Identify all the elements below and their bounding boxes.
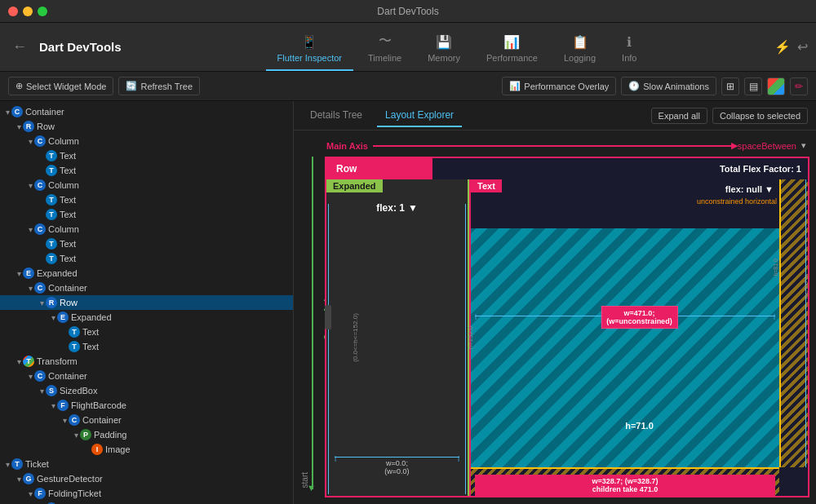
tree-item[interactable]: ▾CContainer — [0, 104, 293, 119]
expand-arrow[interactable]: ▾ — [15, 475, 23, 484]
refresh-icon[interactable]: ↩ — [797, 39, 808, 55]
expand-arrow[interactable]: ▾ — [15, 269, 23, 278]
tree-item[interactable]: ▾GGestureDetector — [0, 471, 293, 486]
lightning-icon[interactable]: ⚡ — [774, 39, 791, 55]
layout-explorer-tab[interactable]: Layout Explorer — [377, 104, 462, 127]
node-icon: T — [69, 326, 80, 338]
expand-arrow[interactable]: ▾ — [3, 460, 11, 469]
pencil-icon-button[interactable]: ✏ — [790, 77, 808, 95]
row-label[interactable]: Row — [326, 158, 432, 179]
text-box[interactable]: Text flex: null ▼ unconstrained horizont… — [469, 179, 808, 496]
details-tree-tab[interactable]: Details Tree — [302, 104, 370, 127]
tree-item[interactable]: ▾TTicket — [0, 457, 293, 471]
expand-arrow[interactable]: ▾ — [26, 489, 34, 498]
expand-arrow[interactable]: ▾ — [38, 298, 46, 307]
row-header: Row Total Flex Factor: 1 — [326, 158, 808, 179]
memory-icon: 💾 — [436, 34, 452, 50]
tab-performance[interactable]: 📊 Performance — [475, 28, 549, 71]
expand-arrow[interactable]: ▾ — [26, 372, 34, 381]
flex-dropdown[interactable]: ▼ — [408, 202, 418, 214]
close-button[interactable] — [8, 7, 18, 16]
back-button[interactable]: ← — [8, 38, 31, 55]
panel-actions: Expand all Collapse to selected — [651, 108, 808, 124]
tree-item[interactable]: ▾CContainer — [0, 501, 293, 504]
tree-item[interactable]: ▾PPadding — [0, 427, 293, 442]
teal-pattern — [471, 228, 779, 467]
node-label: Padding — [94, 430, 126, 440]
tree-item[interactable]: ▾FFoldingTicket — [0, 486, 293, 501]
tree-item[interactable]: ▾RRow — [0, 295, 293, 310]
node-icon: T — [46, 209, 57, 220]
expanded-box[interactable]: Expanded flex: 1 ▼ (0.0<=h<=152.0) h=152… — [326, 179, 469, 496]
space-between-dropdown[interactable]: ▾ — [801, 140, 806, 151]
expand-arrow[interactable]: ▾ — [26, 284, 34, 293]
v-meas-right-edge — [805, 179, 806, 467]
collapse-to-selected-button[interactable]: Collapse to selected — [712, 108, 808, 124]
tree-item[interactable]: TText — [0, 163, 293, 178]
layout-body: Expanded flex: 1 ▼ (0.0<=h<=152.0) h=152… — [326, 179, 808, 496]
tree-item[interactable]: ▾CColumn — [0, 134, 293, 148]
expand-arrow[interactable]: ▾ — [72, 431, 80, 440]
expand-arrow[interactable]: ▾ — [26, 181, 34, 190]
v-measure-left — [328, 204, 329, 494]
minimize-button[interactable] — [23, 7, 33, 16]
v-measure-right — [465, 204, 466, 494]
tree-item[interactable]: ▾EExpanded — [0, 266, 293, 281]
tree-item[interactable]: TText — [0, 207, 293, 222]
slow-animations-button[interactable]: 🕐 Slow Animations — [621, 77, 716, 95]
tab-memory[interactable]: 💾 Memory — [416, 28, 472, 71]
expand-arrow[interactable]: ▾ — [49, 401, 57, 410]
tree-item[interactable]: ▾EExpanded — [0, 310, 293, 325]
refresh-tree-button[interactable]: 🔄 Refresh Tree — [118, 77, 200, 95]
tab-timeline[interactable]: 〜 Timeline — [357, 26, 413, 71]
select-widget-mode-button[interactable]: ⊕ Select Widget Mode — [8, 77, 113, 95]
expand-arrow[interactable]: ▾ — [49, 313, 57, 322]
layout-icon-button[interactable]: ▤ — [744, 77, 762, 95]
header-tabs: 📱 Flutter Inspector 〜 Timeline 💾 Memory … — [171, 23, 743, 71]
color-icon-button[interactable] — [767, 77, 785, 95]
tree-item[interactable]: ▾CColumn — [0, 222, 293, 237]
tree-item[interactable]: TText — [0, 148, 293, 163]
expand-arrow[interactable]: ▾ — [26, 225, 34, 234]
text-label: Text — [471, 179, 502, 192]
scroll-handle[interactable] — [325, 305, 331, 329]
tree-item[interactable]: ▾TTransform — [0, 354, 293, 369]
tree-item[interactable]: ▾FFlightBarcode — [0, 398, 293, 413]
expand-arrow[interactable]: ▾ — [60, 416, 69, 425]
tree-item[interactable]: TText — [0, 192, 293, 207]
tree-item[interactable]: TText — [0, 339, 293, 354]
node-label: Text — [82, 342, 99, 351]
tree-item[interactable]: TText — [0, 237, 293, 251]
tree-item[interactable]: TText — [0, 325, 293, 339]
grid-icon-button[interactable]: ⊞ — [721, 77, 739, 95]
expand-all-button[interactable]: Expand all — [651, 108, 707, 124]
expand-arrow[interactable]: ▾ — [26, 137, 34, 146]
flutter-inspector-icon: 📱 — [301, 34, 317, 50]
tree-item[interactable]: ▾CContainer — [0, 369, 293, 383]
tab-flutter-inspector-label: Flutter Inspector — [277, 53, 342, 63]
node-label: Container — [48, 371, 87, 381]
node-label: Container — [48, 283, 87, 293]
node-label: Column — [48, 224, 79, 234]
expand-arrow[interactable]: ▾ — [38, 387, 46, 396]
tree-item[interactable]: ▾CContainer — [0, 413, 293, 427]
performance-overlay-button[interactable]: 📊 Performance Overlay — [502, 77, 616, 95]
tree-item[interactable]: IImage — [0, 442, 293, 457]
tree-item[interactable]: ▾SSizedBox — [0, 383, 293, 398]
expand-arrow[interactable]: ▾ — [15, 122, 23, 131]
tab-logging[interactable]: 📋 Logging — [552, 28, 607, 71]
tree-item[interactable]: ▾RRow — [0, 119, 293, 134]
tree-item[interactable]: ▾CContainer — [0, 281, 293, 295]
flex-null-label[interactable]: flex: null ▼ — [725, 184, 774, 194]
tab-info[interactable]: ℹ Info — [610, 28, 648, 71]
node-icon: T — [46, 150, 57, 161]
refresh-tree-icon: 🔄 — [126, 81, 137, 91]
node-icon: I — [91, 444, 103, 455]
tree-item[interactable]: TText — [0, 251, 293, 266]
node-icon: S — [46, 385, 57, 396]
expand-arrow[interactable]: ▾ — [3, 108, 11, 117]
tab-flutter-inspector[interactable]: 📱 Flutter Inspector — [266, 28, 353, 71]
maximize-button[interactable] — [38, 7, 47, 16]
expand-arrow[interactable]: ▾ — [15, 357, 23, 366]
tree-item[interactable]: ▾CColumn — [0, 178, 293, 192]
